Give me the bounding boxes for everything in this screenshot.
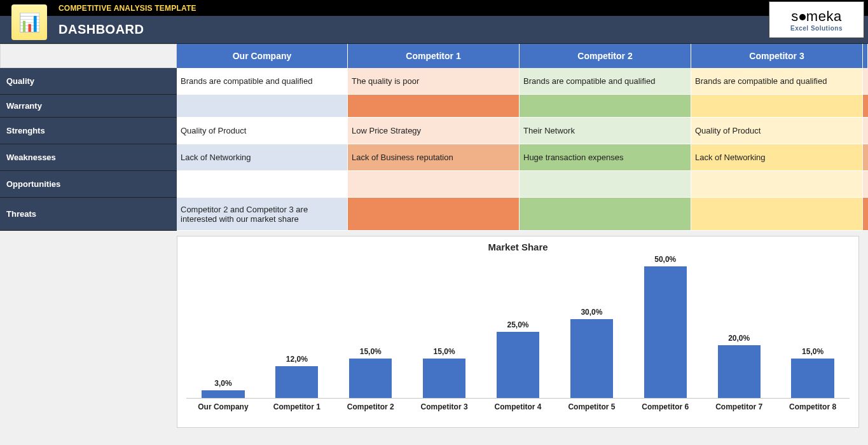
cell[interactable] bbox=[520, 95, 691, 118]
chart-bar: 50,0% bbox=[628, 254, 702, 398]
chart-value-label: 15,0% bbox=[802, 347, 823, 356]
col-header-competitor-1[interactable]: Competitor 1 bbox=[348, 44, 520, 68]
col-header-competitor-3[interactable]: Competitor 3 bbox=[691, 44, 863, 68]
cell-overflow bbox=[863, 171, 868, 198]
table-corner bbox=[0, 44, 177, 68]
template-title: COMPETITIVE ANALYSIS TEMPLATE bbox=[59, 4, 196, 13]
col-header-competitor-2[interactable]: Competitor 2 bbox=[520, 44, 691, 68]
chart-value-label: 50,0% bbox=[654, 255, 676, 264]
brand-logo: smeka Excel Solutions bbox=[769, 1, 864, 38]
chart-x-label: Competitor 6 bbox=[628, 402, 702, 411]
chart-x-label: Competitor 4 bbox=[481, 402, 555, 411]
chart-x-labels: Our CompanyCompetitor 1Competitor 2Compe… bbox=[186, 402, 850, 411]
template-title-bar: COMPETITIVE ANALYSIS TEMPLATE bbox=[0, 0, 868, 16]
cell[interactable]: Low Price Strategy bbox=[348, 118, 520, 144]
market-share-chart[interactable]: Market Share 3,0%12,0%15,0%15,0%25,0%30,… bbox=[177, 236, 859, 428]
chart-bar: 20,0% bbox=[702, 254, 776, 398]
chart-x-label: Competitor 1 bbox=[260, 402, 334, 411]
col-header-our-company[interactable]: Our Company bbox=[177, 44, 348, 68]
cell[interactable] bbox=[348, 95, 520, 118]
cell[interactable]: Competitor 2 and Competitor 3 are intere… bbox=[177, 198, 348, 231]
cell[interactable] bbox=[177, 171, 348, 198]
cell[interactable]: Brands are compatible and qualified bbox=[520, 68, 691, 95]
cell-overflow bbox=[863, 118, 868, 144]
chart-x-label: Competitor 8 bbox=[776, 402, 850, 411]
chart-x-label: Competitor 5 bbox=[555, 402, 628, 411]
row-label-threats[interactable]: Threats bbox=[0, 198, 177, 231]
cell-overflow bbox=[863, 68, 868, 95]
cell[interactable] bbox=[691, 171, 863, 198]
cell[interactable]: Quality of Product bbox=[177, 118, 348, 144]
row-label-opportunities[interactable]: Opportunities bbox=[0, 171, 177, 198]
cell[interactable] bbox=[177, 95, 348, 118]
chart-bar: 15,0% bbox=[334, 254, 408, 398]
cell[interactable]: Lack of Business reputation bbox=[348, 144, 520, 171]
cell[interactable] bbox=[691, 198, 863, 231]
cell[interactable]: Brands are compatible and qualified bbox=[691, 68, 863, 95]
cell[interactable]: Lack of Networking bbox=[177, 144, 348, 171]
chart-value-label: 15,0% bbox=[434, 347, 455, 356]
cell[interactable]: Lack of Networking bbox=[691, 144, 863, 171]
cell[interactable]: Quality of Product bbox=[691, 118, 863, 144]
cell-overflow bbox=[863, 198, 868, 231]
row-label-quality[interactable]: Quality bbox=[0, 68, 177, 95]
chart-bar: 12,0% bbox=[260, 254, 334, 398]
chart-x-label: Our Company bbox=[186, 402, 260, 411]
cell[interactable] bbox=[691, 95, 863, 118]
competitor-table: Our Company Competitor 1 Competitor 2 Co… bbox=[0, 44, 868, 231]
chart-value-label: 12,0% bbox=[286, 355, 308, 364]
dashboard-icon: 📊 bbox=[11, 4, 47, 40]
cell[interactable] bbox=[348, 171, 520, 198]
chart-value-label: 3,0% bbox=[214, 379, 231, 388]
cell[interactable] bbox=[520, 171, 691, 198]
chart-x-label: Competitor 7 bbox=[702, 402, 776, 411]
cell[interactable] bbox=[348, 198, 520, 231]
chart-bar: 25,0% bbox=[481, 254, 555, 398]
chart-value-label: 25,0% bbox=[507, 320, 528, 329]
chart-x-label: Competitor 2 bbox=[334, 402, 408, 411]
chart-value-label: 20,0% bbox=[728, 334, 750, 343]
cell-overflow bbox=[863, 144, 868, 171]
chart-value-label: 15,0% bbox=[360, 347, 382, 356]
cell-overflow bbox=[863, 95, 868, 118]
chart-title: Market Share bbox=[184, 242, 852, 252]
brand-sub: Excel Solutions bbox=[790, 25, 843, 32]
page-title-bar: 📊 DASHBOARD bbox=[0, 16, 868, 44]
row-label-warranty[interactable]: Warranty bbox=[0, 95, 177, 118]
row-label-strengths[interactable]: Strenghts bbox=[0, 118, 177, 144]
brand-name: smeka bbox=[791, 8, 841, 25]
chart-x-label: Competitor 3 bbox=[408, 402, 481, 411]
chart-bar: 15,0% bbox=[776, 254, 850, 398]
row-label-weaknesses[interactable]: Weaknesses bbox=[0, 144, 177, 171]
chart-bar: 3,0% bbox=[186, 254, 260, 398]
cell[interactable]: Their Network bbox=[520, 118, 691, 144]
cell[interactable]: Huge transaction expenses bbox=[520, 144, 691, 171]
chart-bar: 15,0% bbox=[408, 254, 481, 398]
chart-plot-area: 3,0%12,0%15,0%15,0%25,0%30,0%50,0%20,0%1… bbox=[186, 254, 850, 399]
cell[interactable]: Brands are compatible and qualified bbox=[177, 68, 348, 95]
cell[interactable] bbox=[520, 198, 691, 231]
chart-value-label: 30,0% bbox=[581, 308, 602, 317]
col-header-overflow bbox=[863, 44, 868, 68]
page-title: DASHBOARD bbox=[59, 22, 144, 37]
cell[interactable]: The quality is poor bbox=[348, 68, 520, 95]
chart-bar: 30,0% bbox=[555, 254, 628, 398]
